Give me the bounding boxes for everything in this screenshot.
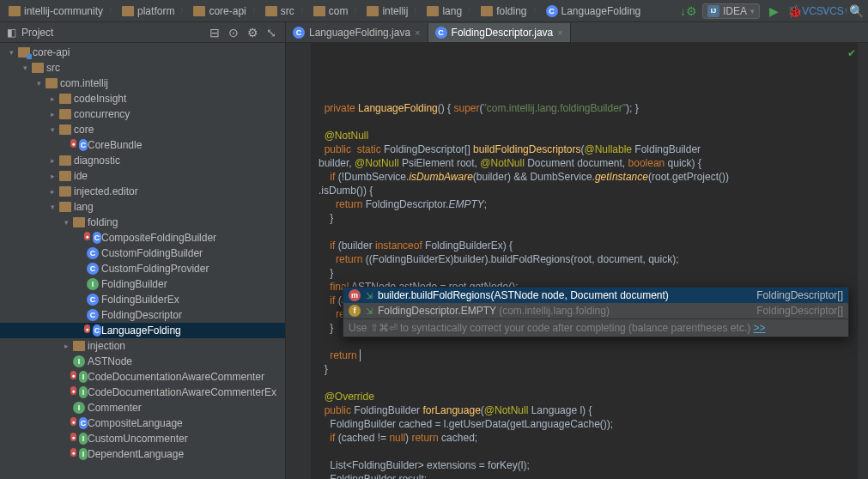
tree-item-label: DependentLanguage (88, 448, 184, 460)
tree-item[interactable]: CCustomFoldingBuilder (0, 246, 285, 261)
interface-icon: I (79, 448, 88, 460)
run-icon[interactable]: ▶ (767, 4, 780, 18)
breadcrumb-item[interactable]: com (310, 3, 352, 19)
breadcrumb-item[interactable]: core-api (190, 3, 249, 19)
completion-item[interactable]: m⇲builder.buildFoldRegions(ASTNode node,… (343, 288, 848, 303)
tree-item[interactable]: ▾folding (0, 215, 285, 230)
collapse-icon[interactable]: ⊟ (208, 26, 222, 39)
editor[interactable]: ✔ private LanguageFolding() { super("com… (286, 43, 868, 479)
tree-item-label: concurrency (74, 108, 130, 120)
editor-code[interactable]: ✔ private LanguageFolding() { super("com… (312, 43, 858, 479)
breadcrumb-separator: 〉 (413, 5, 422, 17)
tree-item[interactable]: ●ICustomUncommenter (0, 431, 285, 446)
editor-tab[interactable]: CLanguageFolding.java× (286, 23, 428, 42)
folder-icon (265, 6, 277, 16)
tree-item[interactable]: ▾com.intellij (0, 76, 285, 91)
close-icon[interactable]: × (415, 27, 420, 38)
completion-kind-icon: f (349, 305, 361, 317)
breadcrumb-item[interactable]: platform (118, 3, 178, 19)
tree-item[interactable]: IASTNode (0, 354, 285, 369)
tree-item[interactable]: ▾src (0, 60, 285, 76)
tree-arrow-icon[interactable]: ▾ (62, 218, 70, 227)
tree-item[interactable]: ▸injected.editor (0, 184, 285, 199)
tree-item[interactable]: IFoldingBuilder (0, 276, 285, 292)
class-icon: C (93, 324, 101, 337)
class-icon: C (87, 309, 99, 321)
tree-item[interactable]: ICommenter (0, 400, 285, 415)
tree-arrow-icon[interactable]: ▾ (7, 48, 15, 57)
lock-icon: ● (70, 139, 76, 148)
class-icon: C (87, 247, 99, 259)
project-tree[interactable]: ▾core-api▾src▾com.intellij▸codeInsight▸c… (0, 43, 285, 479)
interface-icon: I (87, 278, 99, 290)
vcs-update-icon[interactable]: VCS↓ (808, 4, 822, 18)
completion-text: builder.buildFoldRegions(ASTNode node, D… (378, 289, 751, 301)
tree-item-label: src (46, 62, 60, 74)
breadcrumb-item[interactable]: folding (477, 3, 530, 19)
package-icon (59, 109, 71, 119)
compile-icon[interactable]: ↓⚙ (682, 4, 695, 18)
gear-icon[interactable]: ⚙ (246, 26, 259, 39)
project-tool-header[interactable]: ◧ Project ⊟ ⊙ ⚙ ⤡ (0, 22, 285, 43)
tree-item[interactable]: ▸concurrency (0, 106, 285, 122)
tree-arrow-icon[interactable]: ▸ (48, 187, 57, 196)
breadcrumb-item[interactable]: intellij (363, 3, 411, 19)
tree-item[interactable]: ●IDependentLanguage (0, 446, 285, 462)
tree-arrow-icon[interactable]: ▸ (48, 110, 57, 118)
editor-tab[interactable]: CFoldingDescriptor.java× (428, 23, 571, 42)
tree-arrow-icon[interactable]: ▾ (48, 203, 57, 211)
tree-item[interactable]: ●CLanguageFolding (0, 323, 285, 338)
tree-arrow-icon[interactable]: ▸ (48, 172, 57, 180)
error-stripe[interactable] (858, 43, 868, 479)
hide-icon[interactable]: ⤡ (264, 26, 278, 39)
editor-area: CLanguageFolding.java×CFoldingDescriptor… (286, 22, 868, 479)
completion-item[interactable]: f⇲FoldingDescriptor.EMPTY (com.intellij.… (343, 303, 848, 318)
tree-item[interactable]: ▸diagnostic (0, 153, 285, 168)
tree-item[interactable]: CFoldingBuilderEx (0, 292, 285, 307)
tree-item[interactable]: ●ICodeDocumentationAwareCommenter (0, 369, 285, 385)
close-icon[interactable]: × (557, 27, 562, 38)
tree-item[interactable]: ▸injection (0, 338, 285, 354)
vcs-commit-icon[interactable]: VCS↑ (829, 4, 842, 18)
tree-item[interactable]: ●CCoreBundle (0, 137, 285, 153)
tree-item[interactable]: ▸ide (0, 168, 285, 184)
tree-arrow-icon[interactable]: ▾ (48, 125, 57, 134)
tree-arrow-icon[interactable]: ▾ (21, 64, 29, 72)
tree-item-label: codeInsight (74, 93, 126, 105)
package-icon (59, 202, 71, 212)
tree-item[interactable]: ●CCompositeLanguage (0, 415, 285, 431)
package-icon (59, 155, 71, 166)
editor-gutter[interactable] (286, 43, 312, 479)
breadcrumb-item[interactable]: CLanguageFolding (543, 3, 645, 19)
completion-popup[interactable]: m⇲builder.buildFoldRegions(ASTNode node,… (343, 287, 849, 337)
tree-arrow-icon[interactable]: ▸ (62, 342, 70, 350)
debug-icon[interactable]: 🐞 (787, 4, 801, 18)
tree-arrow-icon[interactable]: ▸ (48, 94, 57, 103)
run-config-combo[interactable]: IJ IDEA ▾ (702, 3, 760, 19)
class-icon: C (87, 294, 99, 306)
tree-item-label: FoldingDescriptor (101, 309, 182, 321)
breadcrumb-separator: 〉 (300, 5, 308, 17)
chevron-down-icon: ▾ (750, 7, 755, 15)
tree-item[interactable]: ▾core (0, 122, 285, 137)
tree-item[interactable]: ▾lang (0, 199, 285, 215)
tree-item[interactable]: CFoldingDescriptor (0, 307, 285, 323)
breadcrumb-item[interactable]: intellij-community (5, 3, 106, 19)
tree-item[interactable]: ●ICodeDocumentationAwareCommenterEx (0, 385, 285, 400)
inspection-ok-icon[interactable]: ✔ (847, 46, 856, 60)
autoscroll-icon[interactable]: ⊙ (227, 26, 240, 39)
tree-item[interactable]: ▾core-api (0, 45, 285, 60)
tree-arrow-icon[interactable]: ▸ (48, 156, 57, 165)
search-icon[interactable]: 🔍 (849, 4, 863, 18)
editor-tabs: CLanguageFolding.java×CFoldingDescriptor… (286, 22, 868, 43)
folder-icon (367, 6, 379, 16)
tree-item[interactable]: ●CCompositeFoldingBuilder (0, 230, 285, 246)
breadcrumb-item[interactable]: lang (423, 3, 465, 19)
tree-arrow-icon[interactable]: ▾ (34, 79, 43, 88)
tree-item[interactable]: CCustomFoldingProvider (0, 261, 285, 276)
breadcrumb-item[interactable]: src (262, 3, 298, 19)
tree-item-label: CompositeFoldingBuilder (101, 232, 216, 244)
completion-hint-link[interactable]: >> (754, 322, 766, 334)
tree-item[interactable]: ▸codeInsight (0, 91, 285, 106)
class-icon: C (546, 5, 558, 17)
